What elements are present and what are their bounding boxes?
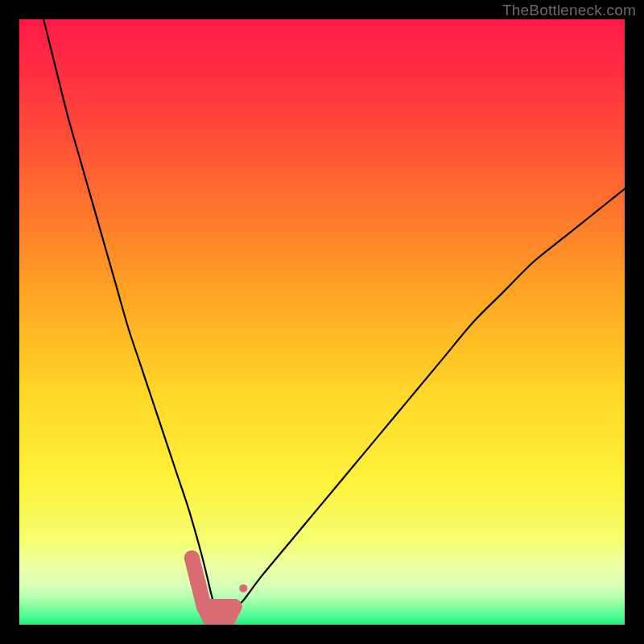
chart-container [19, 19, 625, 625]
highlight-dot [239, 584, 247, 592]
chart-background-gradient [19, 19, 625, 625]
highlight-dot [226, 599, 242, 614]
watermark-text: TheBottleneck.com [502, 2, 636, 19]
highlight-dot [184, 551, 200, 566]
bottleneck-chart [19, 19, 625, 625]
highlight-dot [190, 575, 205, 590]
